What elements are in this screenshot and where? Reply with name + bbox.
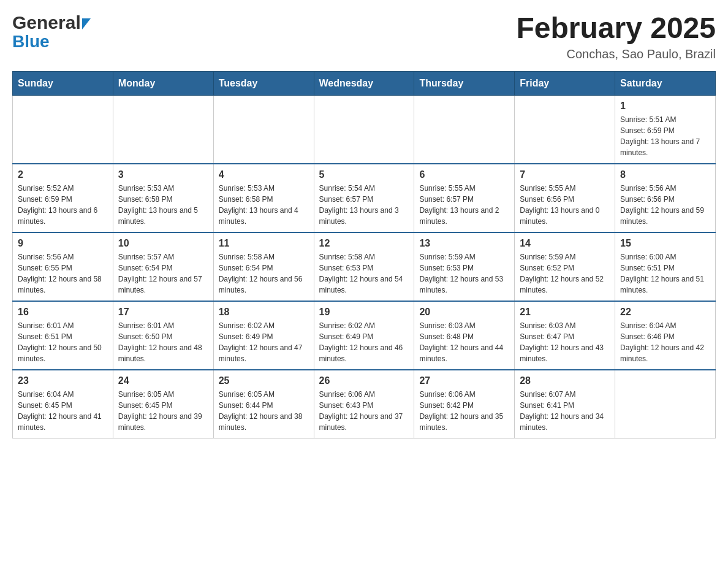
day-info: Sunrise: 6:03 AMSunset: 6:47 PMDaylight:… [520,320,610,364]
day-number: 6 [419,169,509,180]
weekday-header-saturday: Saturday [615,71,716,95]
calendar-day-cell: 19Sunrise: 6:02 AMSunset: 6:49 PMDayligh… [314,301,414,370]
page-header: General Blue February 2025 Conchas, Sao … [12,12,716,61]
day-number: 16 [18,307,108,318]
day-info: Sunrise: 5:58 AMSunset: 6:54 PMDaylight:… [219,251,309,296]
day-info: Sunrise: 6:06 AMSunset: 6:42 PMDaylight:… [419,389,509,433]
day-info: Sunrise: 6:07 AMSunset: 6:41 PMDaylight:… [520,389,610,433]
day-info: Sunrise: 6:02 AMSunset: 6:49 PMDaylight:… [219,320,309,364]
calendar-day-cell [213,95,314,164]
day-number: 22 [620,307,710,318]
day-info: Sunrise: 5:59 AMSunset: 6:52 PMDaylight:… [520,251,610,296]
day-info: Sunrise: 5:58 AMSunset: 6:53 PMDaylight:… [319,251,409,296]
day-number: 11 [219,238,309,249]
calendar-day-cell: 14Sunrise: 5:59 AMSunset: 6:52 PMDayligh… [515,232,615,301]
day-info: Sunrise: 5:57 AMSunset: 6:54 PMDaylight:… [118,251,208,296]
day-info: Sunrise: 6:05 AMSunset: 6:44 PMDaylight:… [219,389,309,433]
calendar-day-cell [314,95,414,164]
day-number: 27 [419,375,509,386]
calendar-week-row: 16Sunrise: 6:01 AMSunset: 6:51 PMDayligh… [13,301,716,370]
calendar-day-cell: 20Sunrise: 6:03 AMSunset: 6:48 PMDayligh… [414,301,515,370]
day-info: Sunrise: 6:04 AMSunset: 6:45 PMDaylight:… [18,389,108,433]
day-info: Sunrise: 6:06 AMSunset: 6:43 PMDaylight:… [319,389,409,433]
logo-blue-text: Blue [12,33,50,50]
day-number: 13 [419,238,509,249]
day-number: 12 [319,238,409,249]
logo: General Blue [12,12,91,50]
calendar-day-cell: 7Sunrise: 5:55 AMSunset: 6:56 PMDaylight… [515,164,615,232]
calendar-day-cell: 4Sunrise: 5:53 AMSunset: 6:58 PMDaylight… [213,164,314,232]
weekday-header-wednesday: Wednesday [314,71,414,95]
calendar-day-cell: 22Sunrise: 6:04 AMSunset: 6:46 PMDayligh… [615,301,716,370]
calendar-day-cell: 3Sunrise: 5:53 AMSunset: 6:58 PMDaylight… [113,164,213,232]
title-area: February 2025 Conchas, Sao Paulo, Brazil [516,12,716,61]
calendar-day-cell: 25Sunrise: 6:05 AMSunset: 6:44 PMDayligh… [213,370,314,439]
calendar-day-cell: 18Sunrise: 6:02 AMSunset: 6:49 PMDayligh… [213,301,314,370]
calendar-day-cell: 17Sunrise: 6:01 AMSunset: 6:50 PMDayligh… [113,301,213,370]
day-number: 9 [18,238,108,249]
day-number: 8 [620,169,710,180]
calendar-table: SundayMondayTuesdayWednesdayThursdayFrid… [12,71,716,439]
calendar-day-cell [615,370,716,439]
day-number: 2 [18,169,108,180]
day-info: Sunrise: 5:54 AMSunset: 6:57 PMDaylight:… [319,183,409,227]
calendar-week-row: 2Sunrise: 5:52 AMSunset: 6:59 PMDaylight… [13,164,716,232]
calendar-day-cell [13,95,113,164]
day-info: Sunrise: 6:00 AMSunset: 6:51 PMDaylight:… [620,251,710,296]
calendar-day-cell: 13Sunrise: 5:59 AMSunset: 6:53 PMDayligh… [414,232,515,301]
weekday-header-monday: Monday [113,71,213,95]
calendar-day-cell: 15Sunrise: 6:00 AMSunset: 6:51 PMDayligh… [615,232,716,301]
calendar-day-cell: 1Sunrise: 5:51 AMSunset: 6:59 PMDaylight… [615,95,716,164]
logo-general-text: General [12,12,81,33]
day-number: 3 [118,169,208,180]
calendar-day-cell: 16Sunrise: 6:01 AMSunset: 6:51 PMDayligh… [13,301,113,370]
day-info: Sunrise: 5:59 AMSunset: 6:53 PMDaylight:… [419,251,509,296]
day-number: 18 [219,307,309,318]
day-number: 21 [520,307,610,318]
day-info: Sunrise: 5:56 AMSunset: 6:56 PMDaylight:… [620,183,710,227]
day-info: Sunrise: 5:56 AMSunset: 6:55 PMDaylight:… [18,251,108,296]
weekday-header-thursday: Thursday [414,71,515,95]
day-info: Sunrise: 5:51 AMSunset: 6:59 PMDaylight:… [620,114,710,158]
day-number: 5 [319,169,409,180]
day-number: 19 [319,307,409,318]
day-info: Sunrise: 5:55 AMSunset: 6:57 PMDaylight:… [419,183,509,227]
day-info: Sunrise: 6:05 AMSunset: 6:45 PMDaylight:… [118,389,208,433]
calendar-day-cell: 9Sunrise: 5:56 AMSunset: 6:55 PMDaylight… [13,232,113,301]
day-info: Sunrise: 6:04 AMSunset: 6:46 PMDaylight:… [620,320,710,364]
day-number: 15 [620,238,710,249]
month-title: February 2025 [516,12,716,45]
calendar-header-row: SundayMondayTuesdayWednesdayThursdayFrid… [13,71,716,95]
day-number: 17 [118,307,208,318]
day-info: Sunrise: 5:52 AMSunset: 6:59 PMDaylight:… [18,183,108,227]
day-number: 7 [520,169,610,180]
calendar-day-cell: 10Sunrise: 5:57 AMSunset: 6:54 PMDayligh… [113,232,213,301]
weekday-header-tuesday: Tuesday [213,71,314,95]
calendar-day-cell: 11Sunrise: 5:58 AMSunset: 6:54 PMDayligh… [213,232,314,301]
day-number: 20 [419,307,509,318]
day-number: 26 [319,375,409,386]
day-number: 25 [219,375,309,386]
calendar-day-cell [113,95,213,164]
day-number: 24 [118,375,208,386]
calendar-day-cell: 23Sunrise: 6:04 AMSunset: 6:45 PMDayligh… [13,370,113,439]
calendar-day-cell: 26Sunrise: 6:06 AMSunset: 6:43 PMDayligh… [314,370,414,439]
day-number: 14 [520,238,610,249]
calendar-day-cell: 21Sunrise: 6:03 AMSunset: 6:47 PMDayligh… [515,301,615,370]
day-number: 28 [520,375,610,386]
calendar-day-cell: 24Sunrise: 6:05 AMSunset: 6:45 PMDayligh… [113,370,213,439]
calendar-day-cell [414,95,515,164]
day-info: Sunrise: 5:53 AMSunset: 6:58 PMDaylight:… [118,183,208,227]
day-info: Sunrise: 5:53 AMSunset: 6:58 PMDaylight:… [219,183,309,227]
day-number: 10 [118,238,208,249]
calendar-day-cell: 8Sunrise: 5:56 AMSunset: 6:56 PMDaylight… [615,164,716,232]
calendar-week-row: 9Sunrise: 5:56 AMSunset: 6:55 PMDaylight… [13,232,716,301]
location-subtitle: Conchas, Sao Paulo, Brazil [516,47,716,61]
calendar-week-row: 1Sunrise: 5:51 AMSunset: 6:59 PMDaylight… [13,95,716,164]
calendar-week-row: 23Sunrise: 6:04 AMSunset: 6:45 PMDayligh… [13,370,716,439]
calendar-day-cell: 5Sunrise: 5:54 AMSunset: 6:57 PMDaylight… [314,164,414,232]
calendar-day-cell: 6Sunrise: 5:55 AMSunset: 6:57 PMDaylight… [414,164,515,232]
calendar-day-cell: 12Sunrise: 5:58 AMSunset: 6:53 PMDayligh… [314,232,414,301]
day-number: 4 [219,169,309,180]
calendar-day-cell [515,95,615,164]
